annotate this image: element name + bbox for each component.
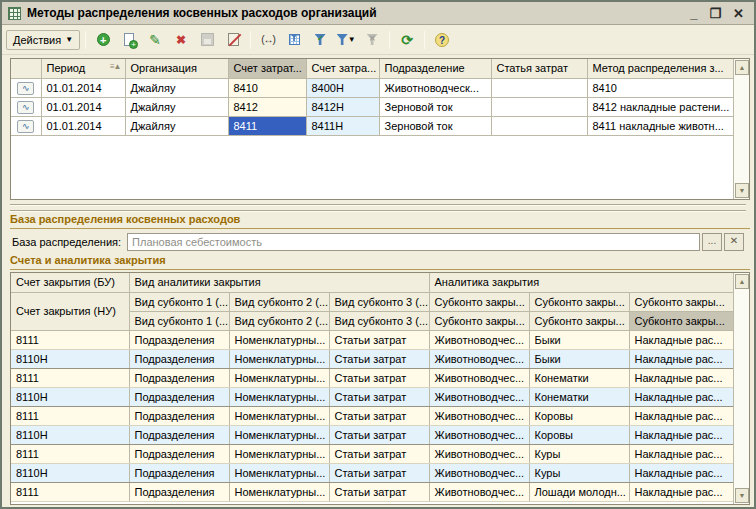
cell[interactable]: Животноводчес... bbox=[429, 330, 529, 349]
add-copy-button[interactable]: + bbox=[117, 29, 141, 51]
cell[interactable]: Накладные рас... bbox=[629, 330, 734, 349]
set-deletion-mark-button[interactable] bbox=[221, 29, 245, 51]
column-header[interactable]: Статья затрат bbox=[491, 59, 587, 78]
cell[interactable]: Животноводчес... bbox=[429, 444, 529, 463]
row-marker-cell[interactable]: ∿ bbox=[11, 116, 41, 135]
column-header[interactable]: Счет затрат... bbox=[228, 59, 306, 78]
column-header[interactable]: Субконто закры... bbox=[629, 311, 734, 330]
cell[interactable]: Быки bbox=[529, 330, 629, 349]
cell[interactable]: Накладные рас... bbox=[629, 463, 734, 482]
cell[interactable]: Подразделения bbox=[129, 368, 229, 387]
column-header[interactable]: Вид субконто 3 (... bbox=[329, 311, 429, 330]
cell[interactable]: Животноводчес... bbox=[429, 349, 529, 368]
cell[interactable]: Подразделения bbox=[129, 482, 229, 501]
cell[interactable]: Накладные рас... bbox=[629, 406, 734, 425]
table-row[interactable]: ∿01.01.2014Джайляу84128412НЗерновой ток8… bbox=[11, 97, 734, 116]
close-button[interactable]: ✕ bbox=[733, 7, 744, 20]
cell[interactable]: 8411Н bbox=[306, 116, 379, 135]
closing-account-cell[interactable]: 8110Н bbox=[11, 463, 129, 482]
cell[interactable]: Накладные рас... bbox=[629, 387, 734, 406]
cell[interactable]: Накладные рас... bbox=[629, 482, 734, 501]
cell[interactable]: 8411 накладные животн... bbox=[587, 116, 734, 135]
actions-button[interactable]: Действия ▼ bbox=[6, 30, 80, 50]
delete-button[interactable]: ✖ bbox=[169, 29, 193, 51]
cell[interactable] bbox=[491, 78, 587, 97]
cell[interactable]: 8400Н bbox=[306, 78, 379, 97]
cell[interactable]: Номенклатурны... bbox=[229, 444, 329, 463]
column-header[interactable]: Подразделение bbox=[379, 59, 491, 78]
column-header[interactable]: Метод распределения з... bbox=[587, 59, 734, 78]
cell[interactable]: Подразделения bbox=[129, 444, 229, 463]
cell[interactable]: Зерновой ток bbox=[379, 116, 491, 135]
column-header[interactable]: Организация bbox=[125, 59, 228, 78]
cell[interactable]: Статьи затрат bbox=[329, 368, 429, 387]
closing-account-bu-header[interactable]: Счет закрытия (БУ) bbox=[11, 273, 129, 292]
cell[interactable]: Статьи затрат bbox=[329, 330, 429, 349]
column-header[interactable]: Счет затра... bbox=[306, 59, 379, 78]
column-header[interactable]: Субконто закры... bbox=[529, 311, 629, 330]
cell[interactable]: Подразделения bbox=[129, 330, 229, 349]
cell[interactable]: 8410 bbox=[228, 78, 306, 97]
cell[interactable]: Коровы bbox=[529, 406, 629, 425]
cell[interactable]: 8410 bbox=[587, 78, 734, 97]
cell[interactable]: 01.01.2014 bbox=[41, 78, 125, 97]
table-row[interactable]: 8111ПодразделенияНоменклатурны...Статьи … bbox=[11, 444, 734, 463]
cell[interactable]: Куры bbox=[529, 444, 629, 463]
clear-value-button[interactable]: ✕ bbox=[724, 233, 744, 251]
table-row[interactable]: 8111ПодразделенияНоменклатурны...Статьи … bbox=[11, 406, 734, 425]
table-row[interactable]: 8110НПодразделенияНоменклатурны...Статьи… bbox=[11, 425, 734, 444]
closing-account-cell[interactable]: 8111 bbox=[11, 406, 129, 425]
edit-button[interactable]: ✎ bbox=[143, 29, 167, 51]
closing-table-scrollbar[interactable]: ▲ ▼ bbox=[733, 273, 749, 504]
table-row[interactable]: ∿01.01.2014Джайляу84118411НЗерновой ток8… bbox=[11, 116, 734, 135]
cell[interactable]: Животноводчес... bbox=[429, 463, 529, 482]
cell[interactable]: Статьи затрат bbox=[329, 463, 429, 482]
cell[interactable]: Номенклатурны... bbox=[229, 368, 329, 387]
cell[interactable]: Подразделения bbox=[129, 425, 229, 444]
closing-account-cell[interactable]: 8110Н bbox=[11, 387, 129, 406]
cell[interactable]: Быки bbox=[529, 349, 629, 368]
closing-account-cell[interactable]: 8110Н bbox=[11, 425, 129, 444]
cell[interactable]: Джайляу bbox=[125, 78, 228, 97]
closing-account-cell[interactable]: 8111 bbox=[11, 330, 129, 349]
closing-account-cell[interactable]: 8111 bbox=[11, 482, 129, 501]
cell[interactable]: Животноводчес... bbox=[429, 387, 529, 406]
row-marker-cell[interactable]: ∿ bbox=[11, 78, 41, 97]
cell[interactable]: Номенклатурны... bbox=[229, 349, 329, 368]
cell[interactable]: Номенклатурны... bbox=[229, 482, 329, 501]
selected-cell[interactable]: 8411 bbox=[228, 116, 306, 135]
add-button[interactable]: + bbox=[91, 29, 115, 51]
scroll-down-icon[interactable]: ▼ bbox=[735, 488, 749, 503]
closing-account-nu-header[interactable]: Счет закрытия (НУ) bbox=[11, 292, 129, 330]
cell[interactable]: Животноводчес... bbox=[429, 406, 529, 425]
cell[interactable]: Подразделения bbox=[129, 387, 229, 406]
closing-account-cell[interactable]: 8110Н bbox=[11, 349, 129, 368]
cell[interactable]: Конематки bbox=[529, 368, 629, 387]
cell[interactable]: Номенклатурны... bbox=[229, 463, 329, 482]
cell[interactable] bbox=[491, 97, 587, 116]
column-header[interactable]: Субконто закры... bbox=[429, 311, 529, 330]
refresh-button[interactable]: ⟳ bbox=[395, 29, 419, 51]
cell[interactable]: Коровы bbox=[529, 425, 629, 444]
maximize-button[interactable]: ❐ bbox=[709, 7, 721, 20]
column-header[interactable]: Вид субконто 3 (... bbox=[329, 292, 429, 311]
scroll-up-icon[interactable]: ▲ bbox=[735, 274, 749, 289]
cell[interactable]: Животноводчес... bbox=[429, 482, 529, 501]
filter-by-value-button[interactable]: ▼ bbox=[334, 29, 358, 51]
save-button[interactable] bbox=[195, 29, 219, 51]
cell[interactable]: 8412 накладные растени... bbox=[587, 97, 734, 116]
closing-account-cell[interactable]: 8111 bbox=[11, 444, 129, 463]
scroll-down-icon[interactable]: ▼ bbox=[735, 183, 749, 198]
cell[interactable]: Накладные рас... bbox=[629, 368, 734, 387]
analytics-group-header[interactable]: Аналитика закрытия bbox=[429, 273, 734, 292]
cell[interactable]: Подразделения bbox=[129, 406, 229, 425]
cell[interactable]: Подразделения bbox=[129, 349, 229, 368]
cell[interactable]: Конематки bbox=[529, 387, 629, 406]
cell[interactable]: Статьи затрат bbox=[329, 444, 429, 463]
closing-account-cell[interactable]: 8111 bbox=[11, 368, 129, 387]
column-header[interactable]: Вид субконто 1 (... bbox=[129, 292, 229, 311]
cell[interactable]: Джайляу bbox=[125, 97, 228, 116]
cell[interactable]: Накладные рас... bbox=[629, 444, 734, 463]
section-splitter[interactable] bbox=[10, 204, 746, 211]
table-row[interactable]: 8111ПодразделенияНоменклатурны...Статьи … bbox=[11, 482, 734, 501]
